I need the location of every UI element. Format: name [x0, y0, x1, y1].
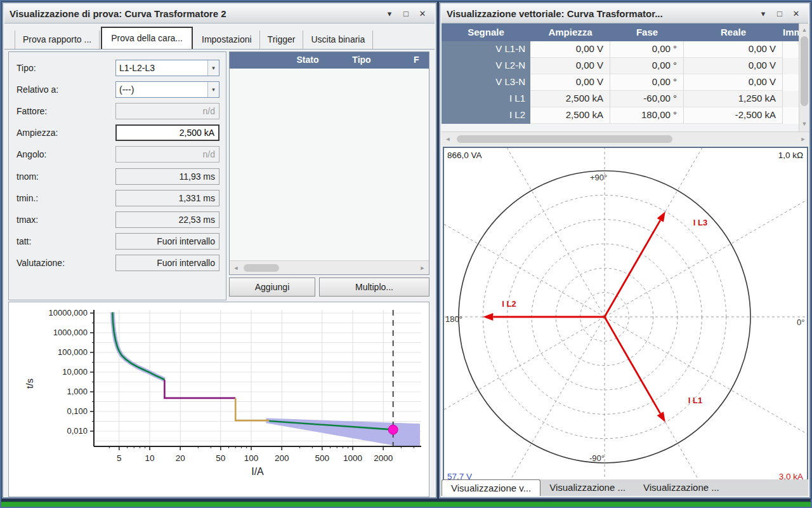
scroll-thumb[interactable]	[801, 36, 808, 106]
signal-table: Segnale Ampiezza Fase Reale Imm V L1-N 0…	[442, 23, 809, 145]
svg-text:100: 100	[244, 453, 259, 463]
ampiezza-input[interactable]: 2,500 kA	[115, 124, 219, 141]
vector-i-l3: I L3	[605, 211, 707, 317]
scroll-right-icon[interactable]: ►	[798, 134, 808, 144]
maximize-icon[interactable]: □	[399, 8, 413, 20]
angle-label-180: 180°	[445, 314, 462, 324]
window-menu-icon[interactable]: ▾	[756, 8, 770, 20]
status-bar-green	[1, 502, 811, 507]
col-f-clipped: F	[414, 55, 429, 65]
tolerance-band-inverse	[112, 312, 164, 380]
svg-text:0,100: 0,100	[67, 406, 88, 416]
col-ampiezza: Ampiezza	[530, 23, 610, 41]
points-table-header: Stato Tipo F	[230, 52, 429, 69]
time-current-chart: 10000,0001000,000100,00010,0001,0000,100…	[8, 302, 429, 497]
vector-label: I L2	[502, 299, 516, 309]
tab-visualizzazione-3[interactable]: Visualizzazione ...	[634, 479, 728, 496]
close-icon[interactable]: ✕	[416, 8, 429, 20]
maximize-icon[interactable]: □	[773, 8, 787, 20]
tab-visualizzazione-2[interactable]: Visualizzazione ...	[540, 479, 634, 496]
svg-text:10,000: 10,000	[62, 367, 88, 377]
scroll-down-icon[interactable]: ▼	[799, 119, 809, 129]
table-row: I L1 2,500 kA -60,00 ° 1,250 kA	[442, 91, 809, 107]
close-icon[interactable]: ✕	[789, 8, 803, 20]
signal-table-hscrollbar[interactable]: ◄ ►	[442, 131, 809, 145]
vector-view-window: Visualizzazione vettoriale: Curva Trasfo…	[439, 2, 811, 498]
valutazione-field: Fuori intervallo	[115, 255, 219, 271]
window-title: Visualizzazione vettoriale: Curva Trasfo…	[447, 8, 754, 19]
relativo-dropdown[interactable]: (---) ▾	[115, 81, 219, 98]
scroll-left-icon[interactable]: ◄	[231, 263, 241, 273]
svg-text:0,010: 0,010	[67, 426, 88, 436]
col-fase: Fase	[610, 23, 684, 41]
table-row: V L2-N 0,00 V 0,00 ° 0,00 V	[442, 58, 809, 74]
svg-text:20: 20	[176, 453, 185, 463]
fattore-label: Fattore:	[16, 106, 47, 116]
test-points-table: Stato Tipo F ◄ ►	[229, 51, 429, 275]
tab-visualizzazione-vettoriale[interactable]: Visualizzazione v...	[442, 479, 540, 496]
col-imm-clipped: Imm	[783, 23, 799, 41]
y-axis-label: t/s	[24, 378, 35, 389]
scroll-thumb[interactable]	[244, 264, 279, 272]
angle-label-0: 0°	[797, 318, 804, 327]
tab-trigger[interactable]: Trigger	[260, 30, 304, 49]
scroll-thumb[interactable]	[457, 135, 672, 143]
angle-label-90: +90°	[590, 173, 607, 182]
chevron-down-icon[interactable]: ▾	[207, 82, 219, 97]
relativo-label: Relativo a:	[16, 84, 58, 95]
svg-text:1000,000: 1000,000	[53, 328, 88, 337]
scale-power: 866,0 VA	[447, 150, 482, 160]
vector-view-titlebar[interactable]: Visualizzazione vettoriale: Curva Trasfo…	[442, 4, 808, 23]
tab-uscita-binaria[interactable]: Uscita binaria	[303, 30, 373, 49]
tnom-field: 11,93 ms	[115, 168, 219, 185]
tatt-field: Fuori intervallo	[115, 233, 219, 250]
vector-diagram: +90°-90°180°0°866,0 VA1,0 kΩ57,7 V3,0 kA…	[443, 147, 808, 485]
table-row: V L3-N 0,00 V 0,00 ° 0,00 V	[442, 74, 809, 91]
chevron-down-icon[interactable]: ▾	[207, 60, 219, 76]
scroll-right-icon[interactable]: ►	[417, 263, 428, 273]
vector-label: I L3	[693, 218, 707, 227]
test-view-window: Visualizzazione di prova: Curva Trasform…	[2, 2, 437, 498]
tab-prova-rapporto[interactable]: Prova rapporto ...	[15, 30, 100, 49]
aggiungi-button[interactable]: Aggiungi	[229, 277, 315, 297]
signal-table-header: Segnale Ampiezza Fase Reale Imm	[442, 23, 809, 41]
scroll-up-icon[interactable]: ▲	[799, 25, 809, 35]
angle-label-minus90: -90°	[589, 453, 605, 463]
signal-table-vscrollbar[interactable]: ▲ ▼	[799, 23, 809, 131]
fattore-field: n/d	[115, 103, 219, 119]
tatt-label: tatt:	[16, 236, 31, 246]
table-row: V L1-N 0,00 V 0,00 ° 0,00 V	[442, 41, 809, 58]
tmin-field: 1,331 ms	[115, 190, 219, 206]
curve-gradino-1	[164, 380, 235, 398]
col-segnale: Segnale	[442, 23, 530, 41]
points-hscrollbar[interactable]: ◄ ►	[230, 260, 429, 274]
polar-grid	[444, 148, 807, 483]
valutazione-label: Valutazione:	[16, 258, 65, 268]
svg-text:1000: 1000	[343, 453, 362, 463]
svg-text:10: 10	[145, 453, 154, 463]
test-point-marker[interactable]	[388, 425, 398, 434]
test-view-titlebar[interactable]: Visualizzazione di prova: Curva Trasform…	[4, 4, 435, 23]
scale-impedance: 1,0 kΩ	[778, 150, 803, 160]
test-point-form: Tipo: L1-L2-L3 ▾ Relativo a: (---) ▾ Fat…	[8, 51, 226, 300]
tipo-dropdown[interactable]: L1-L2-L3 ▾	[115, 60, 219, 76]
window-menu-icon[interactable]: ▾	[383, 8, 396, 20]
svg-text:500: 500	[315, 453, 330, 463]
tmax-field: 22,53 ms	[115, 211, 219, 228]
tab-impostazioni[interactable]: Impostazioni	[194, 30, 260, 49]
x-axis-label: I/A	[251, 466, 264, 477]
multiplo-button[interactable]: Multiplo...	[319, 277, 429, 297]
tab-prova-caratteristica[interactable]: Prova della cara...	[101, 27, 193, 49]
ampiezza-label: Ampiezza:	[16, 128, 58, 138]
vector-diagram-svg: +90°-90°180°0°866,0 VA1,0 kΩ57,7 V3,0 kA…	[444, 148, 807, 483]
tipo-label: Tipo:	[16, 63, 36, 73]
col-tipo: Tipo	[346, 55, 377, 65]
application-desktop: Visualizzazione di prova: Curva Trasform…	[0, 0, 812, 508]
vector-i-l1: I L1	[605, 317, 702, 422]
svg-text:5: 5	[117, 453, 122, 463]
scroll-left-icon[interactable]: ◄	[443, 134, 453, 144]
svg-text:200: 200	[275, 453, 289, 463]
angolo-label: Angolo:	[16, 149, 46, 159]
tmin-label: tmin.:	[16, 193, 38, 203]
view-tabstrip: Visualizzazione v... Visualizzazione ...…	[442, 479, 808, 496]
